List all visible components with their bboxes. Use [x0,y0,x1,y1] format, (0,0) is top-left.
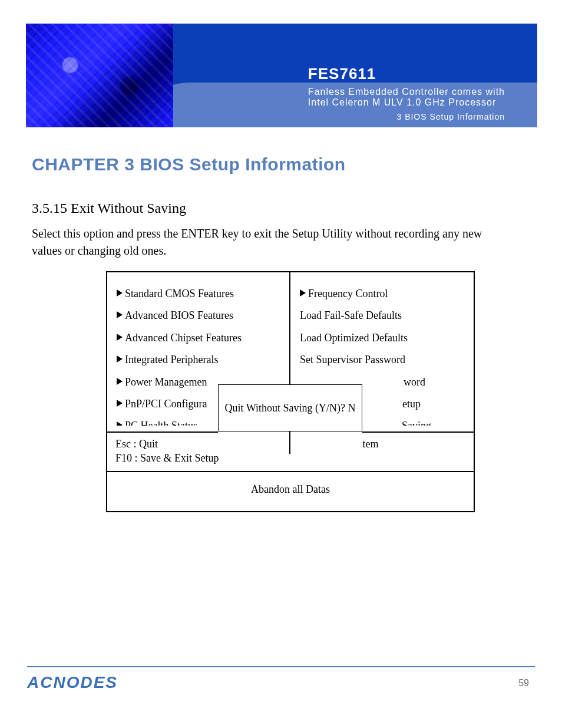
page-number: 59 [518,678,529,689]
footer-rule [27,666,535,667]
menu-label: word [404,376,425,388]
product-model: FES7611 [308,65,376,83]
menu-item[interactable]: Load Fail-Safe Defaults [299,305,467,327]
triangle-icon [117,400,123,407]
menu-label: Standard CMOS Features [125,288,234,299]
menu-item[interactable]: Standard CMOS Features [115,283,282,305]
menu-item[interactable]: Set Supervisor Password [299,349,467,371]
divider-stub [289,431,290,454]
menu-label: Load Optimized Defaults [300,332,408,344]
menu-label: Integrated Peripherals [125,354,218,365]
triangle-icon [117,289,123,297]
menu-label: Advanced Chipset Features [125,332,242,344]
section-body: Select this option and press the ENTER k… [32,225,515,259]
menu-label: Saving [402,420,431,426]
menu-label: etup [402,398,421,410]
product-title: FES7611 Fanless Embedded Controller come… [308,65,505,108]
menu-label: Load Fail-Safe Defaults [300,309,402,321]
triangle-icon [300,289,306,297]
menu-item[interactable]: Frequency Control [299,283,467,305]
menu-label: Power Managemen [125,376,207,388]
dialog-text: Quit Without Saving (Y/N)? N [225,402,356,414]
quit-dialog[interactable]: Quit Without Saving (Y/N)? N [218,384,362,431]
menu-label: PC Health Status [125,420,197,426]
section-title: 3.5.15 Exit Without Saving [32,200,186,216]
chapter-heading: CHAPTER 3 BIOS Setup Information [32,154,346,174]
banner-subtitle: 3 BIOS Setup Information [396,112,505,121]
product-desc-2: Intel Celeron M ULV 1.0 GHz Processor [308,97,505,108]
menu-label: PnP/PCI Configura [125,398,207,410]
triangle-icon [117,334,123,341]
menu-label: Set Supervisor Password [300,354,405,365]
product-desc-1: Fanless Embedded Controller comes with [308,87,505,97]
bios-footer: Abandon all Datas [107,471,474,510]
menu-item[interactable]: Advanced BIOS Features [115,305,282,327]
menu-item[interactable]: Integrated Peripherals [115,349,282,371]
page-banner: FES7611 Fanless Embedded Controller come… [26,24,537,127]
help-f10: F10 : Save & Exit Setup [115,452,290,465]
triangle-icon [117,421,123,426]
menu-label: Advanced BIOS Features [125,309,233,321]
menu-item[interactable]: Advanced Chipset Features [115,327,282,349]
triangle-icon [117,378,123,385]
brand-logo: ACNODES [27,673,118,692]
menu-label: Frequency Control [308,288,388,299]
banner-circuit-image [26,24,173,127]
menu-item[interactable]: Load Optimized Defaults [299,327,467,349]
triangle-icon [117,355,123,363]
triangle-icon [117,311,123,318]
